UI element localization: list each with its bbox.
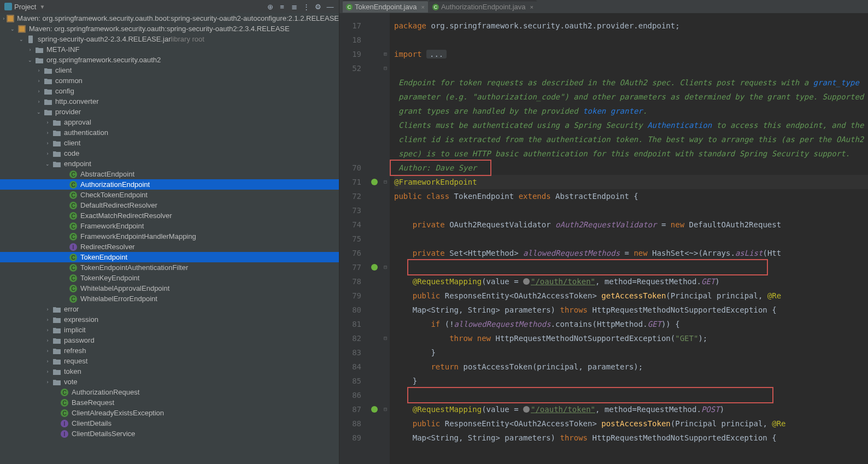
- expand-all-icon[interactable]: ≡: [278, 2, 286, 11]
- fold-toggle[interactable]: [381, 416, 390, 431]
- tree-row[interactable]: ⌄endpoint: [0, 158, 339, 169]
- fold-toggle[interactable]: [381, 317, 390, 331]
- tree-row[interactable]: ⌄provider: [0, 107, 339, 117]
- fold-toggle[interactable]: [381, 374, 390, 388]
- url-badge-icon[interactable]: [523, 406, 530, 413]
- chevron-icon[interactable]: ›: [3, 16, 4, 21]
- fold-toggle[interactable]: ⊞: [381, 47, 390, 61]
- tree-row[interactable]: CAuthorizationEndpoint: [0, 179, 339, 190]
- tree-row[interactable]: IClientDetailsService: [0, 428, 339, 439]
- code-editor[interactable]: 1718195270717273747576777879808182838485…: [339, 13, 868, 464]
- hide-icon[interactable]: —: [326, 2, 335, 11]
- collapse-all-icon[interactable]: ≣: [290, 2, 298, 11]
- fold-toggle[interactable]: ⊟: [381, 61, 390, 75]
- fold-toggle[interactable]: [381, 289, 390, 303]
- code-area[interactable]: package org.springframework.security.oau…: [390, 13, 868, 464]
- chevron-icon[interactable]: ›: [45, 307, 50, 312]
- tree-row[interactable]: CWhitelabelErrorEndpoint: [0, 293, 339, 304]
- tree-row[interactable]: ›authentication: [0, 127, 339, 138]
- fold-toggle[interactable]: [381, 203, 390, 218]
- tree-row[interactable]: ›request: [0, 356, 339, 366]
- tree-row[interactable]: CBaseRequest: [0, 397, 339, 408]
- tree-row[interactable]: CTokenEndpointAuthenticationFilter: [0, 262, 339, 273]
- tree-row[interactable]: ›password: [0, 335, 339, 345]
- tab-tokenendpoint[interactable]: C TokenEndpoint.java ×: [343, 1, 428, 13]
- tree-row[interactable]: CWhitelabelApprovalEndpoint: [0, 283, 339, 293]
- chevron-icon[interactable]: ›: [45, 338, 50, 343]
- fold-toggle[interactable]: [381, 104, 390, 118]
- tree-row[interactable]: IRedirectResolver: [0, 242, 339, 252]
- chevron-icon[interactable]: ›: [45, 359, 50, 364]
- fold-toggle[interactable]: [381, 146, 390, 161]
- fold-toggle[interactable]: ⊟: [381, 331, 390, 345]
- tree-row[interactable]: ›error: [0, 304, 339, 314]
- dropdown-arrow-icon[interactable]: ▼: [39, 4, 45, 10]
- fold-toggle[interactable]: [381, 431, 390, 445]
- chevron-icon[interactable]: ›: [36, 99, 42, 104]
- fold-toggle[interactable]: [381, 246, 390, 260]
- fold-toggle[interactable]: [381, 75, 390, 90]
- fold-toggle[interactable]: [381, 132, 390, 146]
- fold-toggle[interactable]: [381, 388, 390, 402]
- fold-toggle[interactable]: [381, 360, 390, 374]
- tree-row[interactable]: ›client: [0, 138, 339, 148]
- fold-toggle[interactable]: ⊟: [381, 260, 390, 274]
- tree-row[interactable]: CClientAlreadyExistsException: [0, 408, 339, 418]
- chevron-icon[interactable]: ›: [36, 78, 42, 84]
- tree-row[interactable]: CAbstractEndpoint: [0, 169, 339, 179]
- tree-row[interactable]: ›config: [0, 86, 339, 96]
- chevron-icon[interactable]: ›: [45, 327, 50, 333]
- chevron-icon[interactable]: ⌄: [36, 109, 42, 115]
- fold-toggle[interactable]: ⊟: [381, 402, 390, 416]
- fold-toggle[interactable]: [381, 218, 390, 232]
- tree-row[interactable]: ›client: [0, 65, 339, 75]
- fold-toggle[interactable]: [381, 189, 390, 203]
- chevron-icon[interactable]: ›: [45, 379, 50, 385]
- tree-row[interactable]: ›refresh: [0, 345, 339, 356]
- chevron-icon[interactable]: ›: [45, 348, 50, 354]
- tree-row[interactable]: ›common: [0, 75, 339, 86]
- chevron-icon[interactable]: ›: [45, 140, 50, 146]
- tree-row[interactable]: ›code: [0, 148, 339, 158]
- gear-icon[interactable]: ⚙: [314, 2, 322, 11]
- locate-icon[interactable]: ⊕: [266, 2, 274, 11]
- fold-toggle[interactable]: [381, 33, 390, 47]
- tree-row[interactable]: ›META-INF: [0, 44, 339, 55]
- tree-row[interactable]: CFrameworkEndpoint: [0, 221, 339, 231]
- tree-row[interactable]: CAuthorizationRequest: [0, 387, 339, 397]
- fold-toggle[interactable]: [381, 161, 390, 175]
- tree-row[interactable]: ›http.converter: [0, 96, 339, 107]
- url-badge-icon[interactable]: [523, 278, 530, 285]
- chevron-icon[interactable]: ›: [45, 120, 50, 125]
- chevron-icon[interactable]: ›: [36, 89, 42, 94]
- tree-row[interactable]: CExactMatchRedirectResolver: [0, 210, 339, 221]
- project-tree[interactable]: ›Maven: org.springframework.security.oau…: [0, 13, 339, 464]
- fold-toggle[interactable]: [381, 345, 390, 360]
- chevron-icon[interactable]: ›: [45, 130, 50, 136]
- chevron-icon[interactable]: ›: [45, 151, 50, 156]
- chevron-icon[interactable]: ›: [45, 317, 50, 322]
- fold-toggle[interactable]: [381, 90, 390, 104]
- chevron-icon[interactable]: ⌄: [27, 57, 33, 63]
- chevron-icon[interactable]: ⌄: [45, 161, 50, 167]
- chevron-icon[interactable]: ›: [27, 47, 33, 52]
- fold-toggle[interactable]: [381, 303, 390, 317]
- tree-row[interactable]: CCheckTokenEndpoint: [0, 190, 339, 200]
- fold-toggle[interactable]: [381, 118, 390, 132]
- tree-row[interactable]: ›approval: [0, 117, 339, 127]
- tree-row[interactable]: ⌄spring-security-oauth2-2.3.4.RELEASE.ja…: [0, 34, 339, 44]
- tab-authorizationendpoint[interactable]: C AuthorizationEndpoint.java ×: [429, 1, 537, 13]
- fold-toggle[interactable]: [381, 19, 390, 33]
- tree-row[interactable]: ›vote: [0, 377, 339, 387]
- tree-row[interactable]: CTokenEndpoint: [0, 252, 339, 262]
- close-icon[interactable]: ×: [530, 4, 533, 10]
- chevron-icon[interactable]: ›: [45, 369, 50, 374]
- fold-toggle[interactable]: [381, 232, 390, 246]
- chevron-icon[interactable]: ›: [36, 68, 42, 73]
- fold-placeholder[interactable]: ...: [426, 50, 447, 58]
- tree-row[interactable]: ›expression: [0, 314, 339, 325]
- close-icon[interactable]: ×: [421, 4, 424, 10]
- tree-row[interactable]: ⌄org.springframework.security.oauth2: [0, 55, 339, 65]
- tree-row[interactable]: ›token: [0, 366, 339, 377]
- tree-row[interactable]: ›Maven: org.springframework.security.oau…: [0, 13, 339, 24]
